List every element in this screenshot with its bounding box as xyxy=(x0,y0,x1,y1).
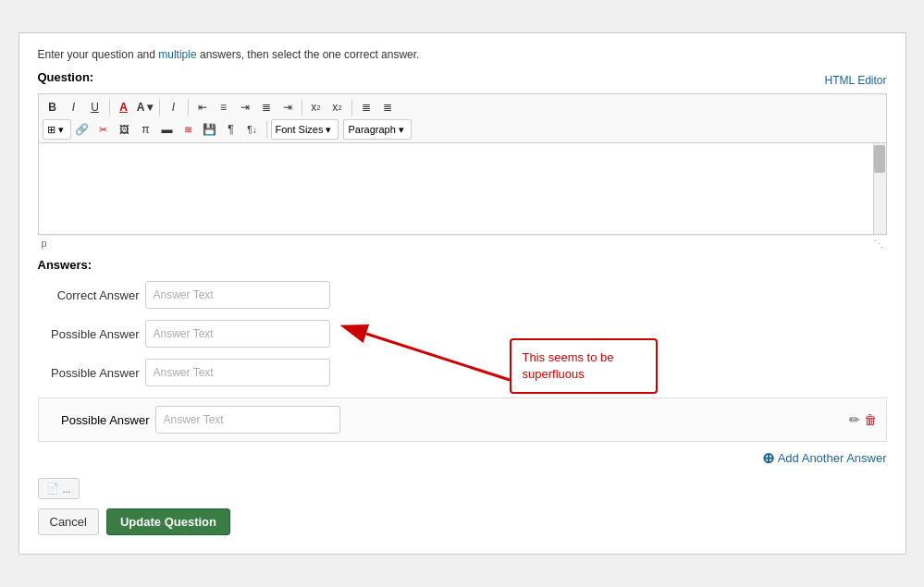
update-question-button[interactable]: Update Question xyxy=(106,508,230,535)
save-btn[interactable]: 💾 xyxy=(200,119,220,140)
align-left-btn[interactable]: ⇤ xyxy=(192,97,213,117)
edit-icon[interactable]: ✏ xyxy=(849,412,860,427)
highlight-color-btn[interactable]: A ▾ xyxy=(135,97,155,117)
editor-tag: p xyxy=(42,238,47,249)
possible-answer-label-2: Possible Answer xyxy=(38,366,140,380)
possible-answer-label-1: Possible Answer xyxy=(38,327,140,341)
textformat-btn[interactable]: ¶↓ xyxy=(242,119,263,140)
possible-answer-input-3[interactable] xyxy=(155,406,340,434)
possible-answer-input-2[interactable] xyxy=(145,359,330,386)
possible-answer-row-3: Possible Answer ✏ 🗑 xyxy=(38,397,887,442)
add-another-label: Add Another Answer xyxy=(778,451,887,465)
correct-answer-input[interactable] xyxy=(145,281,330,309)
possible-answer-label-3: Possible Answer xyxy=(48,413,150,427)
question-editor[interactable] xyxy=(38,142,887,235)
action-buttons: Cancel Update Question xyxy=(38,508,887,535)
possible-answer-input-1[interactable] xyxy=(145,320,330,348)
unlink-btn[interactable]: ✂ xyxy=(93,119,114,140)
link-btn[interactable]: 🔗 xyxy=(72,119,92,140)
delete-icon[interactable]: 🗑 xyxy=(864,412,877,427)
unordered-list-btn[interactable]: ≣ xyxy=(356,97,376,117)
paragraph-dropdown[interactable]: Paragraph▾ xyxy=(343,119,411,140)
editor-footer: p ⋱ xyxy=(38,235,887,251)
html-editor-link[interactable]: HTML Editor xyxy=(825,74,887,87)
ordered-list-btn[interactable]: ≣ xyxy=(377,97,398,117)
font-size-dropdown[interactable]: Font Sizes▾ xyxy=(271,119,339,140)
pilcrow-btn[interactable]: ¶ xyxy=(221,119,241,140)
correct-answer-label: Correct Answer xyxy=(38,288,140,302)
file-btn-label: ... xyxy=(63,483,71,495)
table-dropdown[interactable]: ⊞▾ xyxy=(43,119,71,140)
correct-answer-row: Correct Answer xyxy=(38,281,887,309)
indent-btn[interactable]: ⇥ xyxy=(277,97,298,117)
question-label: Question: xyxy=(38,70,94,84)
resize-handle[interactable]: ⋱ xyxy=(874,238,883,249)
file-icon: 📄 xyxy=(46,483,59,495)
question-textarea[interactable] xyxy=(39,143,886,234)
file-button[interactable]: 📄 ... xyxy=(38,478,80,499)
align-justify-btn[interactable]: ≣ xyxy=(256,97,277,117)
editor-toolbar: B I U A A ▾ I ⇤ ≡ ⇥ ≣ ⇥ x2 x2 ≣ ≣ ⊞▾ 🔗 xyxy=(38,93,887,142)
font-color-btn[interactable]: A xyxy=(114,97,134,117)
underline-btn[interactable]: U xyxy=(85,97,105,117)
align-center-btn[interactable]: ≡ xyxy=(214,97,234,117)
italic2-btn[interactable]: I xyxy=(164,97,184,117)
subscript-btn[interactable]: x2 xyxy=(327,97,348,117)
pi-btn[interactable]: π xyxy=(136,119,156,140)
image-btn[interactable]: 🖼 xyxy=(115,119,135,140)
italic-btn[interactable]: I xyxy=(64,97,84,117)
cancel-button[interactable]: Cancel xyxy=(38,508,99,535)
instruction-text: Enter your question and multiple answers… xyxy=(38,48,887,61)
superscript-btn[interactable]: x2 xyxy=(306,97,326,117)
chart-btn[interactable]: ≋ xyxy=(179,119,199,140)
answers-label: Answers: xyxy=(38,258,887,272)
possible-answer-row-2: Possible Answer xyxy=(38,359,887,386)
align-right-btn[interactable]: ⇥ xyxy=(235,97,255,117)
block-btn[interactable]: ▬ xyxy=(157,119,178,140)
bold-btn[interactable]: B xyxy=(43,97,63,117)
possible-answer-row-1: Possible Answer xyxy=(38,320,887,348)
plus-icon: ⊕ xyxy=(762,449,774,467)
row-actions: ✏ 🗑 xyxy=(849,412,877,427)
add-another-answer[interactable]: ⊕ Add Another Answer xyxy=(38,449,887,467)
